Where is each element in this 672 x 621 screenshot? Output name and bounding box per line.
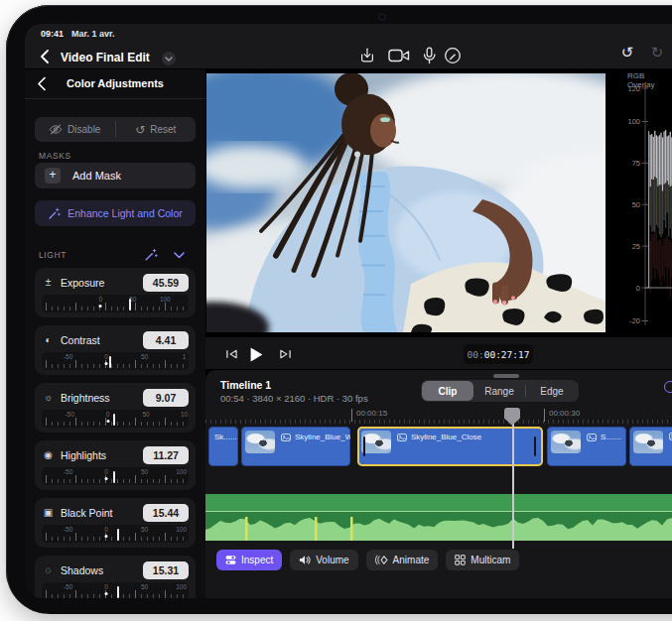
plus-icon: + <box>45 168 61 184</box>
adjustment-icon: ◐ <box>42 334 55 345</box>
status-time: 09:41 <box>41 29 64 39</box>
light-collapse-chevron-icon[interactable] <box>174 252 185 259</box>
slider-scale-label: -50 <box>64 526 72 533</box>
reset-button[interactable]: ↺ Reset <box>116 117 197 142</box>
timecode-display[interactable]: 00:00:27:17 <box>464 344 533 364</box>
previous-frame-button[interactable] <box>222 346 240 362</box>
adjustment-control: ▣ Black Point 15.44 -50050100 <box>35 498 196 548</box>
slider-scale-label: -50 <box>64 583 72 590</box>
clip-thumbnail <box>551 431 581 453</box>
mode-segment-edge[interactable]: Edge <box>526 381 578 401</box>
slider-scale-label: 10 <box>181 411 188 418</box>
timeline-clip[interactable] <box>629 427 672 466</box>
import-media-icon[interactable] <box>356 46 378 65</box>
slider-scale-label: 100 <box>176 583 187 590</box>
timeline-clock-icon-partial[interactable] <box>664 381 672 393</box>
enhance-light-color-button[interactable]: Enhance Light and Color <box>35 200 196 226</box>
adjustment-name: Black Point <box>61 507 143 519</box>
disable-button[interactable]: Disable <box>35 117 115 142</box>
adjustment-slider[interactable]: -50050100 <box>42 525 189 543</box>
adjustment-slider[interactable]: -500501 <box>42 352 189 370</box>
video-preview[interactable] <box>206 73 605 332</box>
adjustment-icon: ◉ <box>42 449 55 460</box>
timeline-clip-selected[interactable]: Skyline_Blue_Close <box>357 427 543 466</box>
slider-value-marker[interactable] <box>109 356 111 368</box>
adjustment-value-field[interactable]: 15.44 <box>143 504 189 522</box>
slider-value-marker[interactable] <box>113 471 115 483</box>
timeline-clip[interactable]: Skyline_Blue_Wide <box>241 427 350 466</box>
light-wand-icon[interactable] <box>144 248 158 262</box>
timeline-drag-handle[interactable] <box>493 374 519 378</box>
adjustment-icon: ◌ <box>42 564 55 575</box>
adjustment-slider[interactable]: -50050100 <box>42 467 189 485</box>
light-section-header: LIGHT <box>25 248 205 262</box>
project-menu-chevron-icon[interactable] <box>162 52 176 65</box>
photo-icon <box>281 434 291 441</box>
adjustment-value-field[interactable]: 11.27 <box>143 446 189 464</box>
slider-value-marker[interactable] <box>113 414 115 426</box>
multicam-button[interactable]: Multicam <box>446 550 519 570</box>
slider-scale-label: 50 <box>141 526 148 533</box>
adjustment-slider[interactable]: -5005010 <box>42 410 189 428</box>
mode-segment-range[interactable]: Range <box>473 381 525 401</box>
clip-thumbnail <box>245 431 275 453</box>
adjustment-control: ◉ Highlights 11.27 -50050100 <box>35 440 196 490</box>
clip-label: Skyline_Blue_Wide <box>295 433 350 441</box>
slider-origin-dot <box>105 477 108 480</box>
slider-value-marker[interactable] <box>117 586 119 598</box>
panel-header: Color Adjustments <box>25 69 205 99</box>
status-date: Mar. 1 avr. <box>71 29 115 39</box>
timeline-clip[interactable]: Sk...... <box>208 427 238 466</box>
adjustment-control: ± Exposure 45.59 050100 <box>35 268 196 317</box>
adjustment-name: Highlights <box>61 449 143 461</box>
project-title[interactable]: Video Final Edit <box>61 51 150 64</box>
adjustment-slider[interactable]: 050100 <box>42 295 189 312</box>
slider-scale-label: 0 <box>104 526 108 533</box>
adjustment-value-field[interactable]: 15.31 <box>143 561 189 579</box>
magic-wand-icon <box>48 207 61 220</box>
slider-value-marker[interactable] <box>117 529 119 541</box>
clip-trim-handle[interactable] <box>534 436 536 456</box>
slider-value-marker[interactable] <box>129 299 131 310</box>
timeline-clip[interactable]: S....... <box>547 427 626 466</box>
playhead-handle[interactable] <box>504 408 520 426</box>
audio-track-header <box>205 494 672 512</box>
front-camera <box>379 14 385 20</box>
volume-button[interactable]: Volume <box>290 550 357 570</box>
camera-icon[interactable] <box>388 46 410 65</box>
add-mask-button[interactable]: + Add Mask <box>35 163 196 188</box>
timeline-ruler[interactable]: 00:00:1500:00:30 <box>205 408 672 424</box>
inspect-button[interactable]: Inspect <box>216 550 282 570</box>
undo-icon[interactable]: ↺ <box>616 44 638 62</box>
adjustment-name: Exposure <box>61 277 143 289</box>
adjustment-value-field[interactable]: 9.07 <box>143 389 189 407</box>
back-chevron-icon[interactable] <box>39 49 51 64</box>
microphone-icon[interactable] <box>418 46 440 65</box>
animate-label: Animate <box>393 555 430 565</box>
adjustment-value-field[interactable]: 45.59 <box>143 274 189 292</box>
timeline-title: Timeline 1 <box>220 379 271 391</box>
ruler-timecode-label: 00:00:15 <box>351 409 387 422</box>
audio-track[interactable] <box>205 494 672 541</box>
next-frame-button[interactable] <box>276 346 294 362</box>
adjustment-control: ◌ Shadows 15.31 -50050100 <box>35 556 196 598</box>
adjustment-value-field[interactable]: 4.41 <box>143 331 189 349</box>
photo-icon <box>397 434 407 441</box>
slider-scale-label: 50 <box>141 468 148 475</box>
scope-tick-label: 75 <box>632 159 640 168</box>
photo-icon <box>587 434 597 441</box>
adjustment-control: ◐ Contrast 4.41 -500501 <box>35 325 196 375</box>
pencil-annotate-icon[interactable] <box>442 46 464 65</box>
scope-tick-label: 0 <box>636 284 640 293</box>
slider-origin-dot <box>105 592 108 595</box>
multicam-label: Multicam <box>470 555 510 565</box>
mode-segment-clip[interactable]: Clip <box>422 381 473 401</box>
slider-scale-label: 50 <box>142 411 149 418</box>
clip-trim-handle[interactable] <box>363 436 365 456</box>
speaker-icon <box>299 555 311 565</box>
adjustment-slider[interactable]: -50050100 <box>42 582 189 598</box>
clip-label: S....... <box>601 433 621 441</box>
timecode-value: 00:27:17 <box>484 349 530 360</box>
animate-button[interactable]: Animate <box>366 550 439 570</box>
play-button[interactable] <box>247 346 265 362</box>
